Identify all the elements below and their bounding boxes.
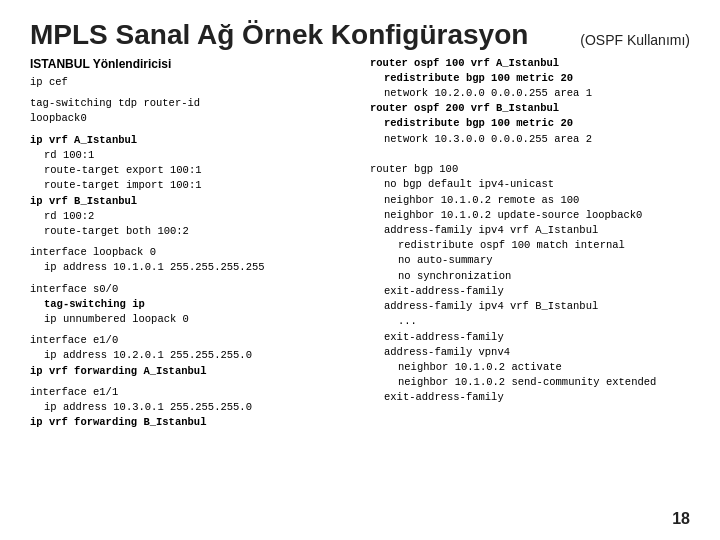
code-line: network 10.3.0.0 0.0.0.255 area 2	[370, 132, 690, 147]
right-bottom-code-block: router bgp 100no bgp default ipv4-unicas…	[370, 162, 690, 406]
code-line: ip unnumbered loopack 0	[30, 312, 350, 327]
code-line: neighbor 10.1.0.2 update-source loopback…	[370, 208, 690, 223]
left-code-block: ip cef tag-switching tdp router-idloopba…	[30, 75, 350, 431]
code-line: no bgp default ipv4-unicast	[370, 177, 690, 192]
code-line: loopback0	[30, 111, 350, 126]
code-line: interface e1/1	[30, 385, 350, 400]
code-line: no synchronization	[370, 269, 690, 284]
code-line: rd 100:1	[30, 148, 350, 163]
page-number: 18	[672, 510, 690, 528]
code-line: interface s0/0	[30, 282, 350, 297]
code-line: route-target both 100:2	[30, 224, 350, 239]
code-line: redistribute bgp 100 metric 20	[370, 71, 690, 86]
code-line: ip address 10.3.0.1 255.255.255.0	[30, 400, 350, 415]
code-line: tag-switching ip	[30, 297, 350, 312]
code-line: neighbor 10.1.0.2 remote as 100	[370, 193, 690, 208]
code-line: ip vrf forwarding B_Istanbul	[30, 415, 350, 430]
code-line: router ospf 100 vrf A_Istanbul	[370, 56, 690, 71]
code-line: ip vrf A_Istanbul	[30, 133, 350, 148]
code-line: route-target export 100:1	[30, 163, 350, 178]
code-line: tag-switching tdp router-id	[30, 96, 350, 111]
left-column: ISTANBUL Yönlendiricisi ip cef tag-switc…	[30, 56, 350, 431]
code-line: neighbor 10.1.0.2 activate	[370, 360, 690, 375]
code-line: ip cef	[30, 75, 350, 90]
code-line: interface e1/0	[30, 333, 350, 348]
code-line: exit-address-family	[370, 330, 690, 345]
content-area: ISTANBUL Yönlendiricisi ip cef tag-switc…	[30, 56, 690, 431]
code-line: address-family ipv4 vrf B_Istanbul	[370, 299, 690, 314]
page: MPLS Sanal Ağ Örnek Konfigürasyon (OSPF …	[0, 0, 720, 540]
code-line: interface loopback 0	[30, 245, 350, 260]
code-line: route-target import 100:1	[30, 178, 350, 193]
code-line: ip vrf B_Istanbul	[30, 194, 350, 209]
code-line: ...	[370, 314, 690, 329]
left-header: ISTANBUL Yönlendiricisi	[30, 56, 350, 73]
code-line: ip vrf forwarding A_Istanbul	[30, 364, 350, 379]
code-line: exit-address-family	[370, 390, 690, 405]
code-line: neighbor 10.1.0.2 send-community extende…	[370, 375, 690, 390]
code-line: address-family ipv4 vrf A_Istanbul	[370, 223, 690, 238]
code-line: no auto-summary	[370, 253, 690, 268]
right-top-code-block: router ospf 100 vrf A_Istanbulredistribu…	[370, 56, 690, 147]
code-line: ip address 10.1.0.1 255.255.255.255	[30, 260, 350, 275]
code-line: exit-address-family	[370, 284, 690, 299]
code-line: redistribute bgp 100 metric 20	[370, 116, 690, 131]
code-line: router bgp 100	[370, 162, 690, 177]
code-line: redistribute ospf 100 match internal	[370, 238, 690, 253]
right-column: router ospf 100 vrf A_Istanbulredistribu…	[370, 56, 690, 431]
code-line: address-family vpnv4	[370, 345, 690, 360]
code-line: network 10.2.0.0 0.0.0.255 area 1	[370, 86, 690, 101]
code-line: ip address 10.2.0.1 255.255.255.0	[30, 348, 350, 363]
code-line: router ospf 200 vrf B_Istanbul	[370, 101, 690, 116]
code-line: rd 100:2	[30, 209, 350, 224]
